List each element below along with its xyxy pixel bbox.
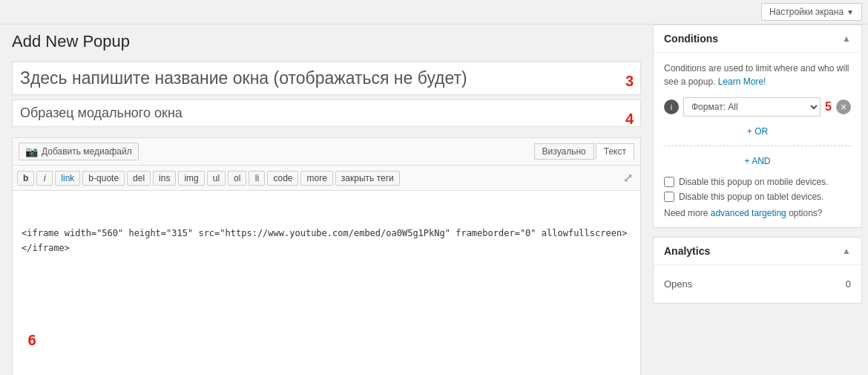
condition-row: i Формат: All 5 × (664, 97, 851, 117)
analytics-section: Analytics ▲ Opens 0 (653, 237, 862, 304)
analytics-opens-row: Opens 0 (664, 274, 851, 294)
screen-settings-arrow: ▼ (846, 8, 854, 16)
italic-button[interactable]: i (36, 171, 53, 186)
fullscreen-button[interactable]: ⤢ (620, 169, 636, 186)
close-tags-button[interactable]: закрыть теги (335, 171, 400, 186)
condition-remove-button[interactable]: × (836, 100, 851, 114)
del-button[interactable]: del (127, 171, 151, 186)
bold-button[interactable]: b (17, 171, 34, 186)
subtitle-number-badge: 4 (625, 110, 634, 127)
add-media-button[interactable]: 📷 Добавить медиафайл (19, 143, 139, 160)
link-button[interactable]: link (55, 171, 80, 186)
or-button-wrapper: + OR (664, 123, 851, 140)
title-number-badge: 3 (625, 72, 634, 89)
disable-tablet-label: Disable this popup on tablet devices. (679, 192, 823, 202)
editor-section: 📷 Добавить медиафайл Визуально Текст b i… (12, 137, 641, 375)
code-number-badge: 6 (27, 328, 631, 352)
and-link[interactable]: + AND (744, 156, 770, 166)
conditions-section: Conditions ▲ Conditions are used to limi… (653, 25, 862, 228)
disable-mobile-label: Disable this popup on mobile devices. (679, 177, 828, 187)
right-panel: Conditions ▲ Conditions are used to limi… (653, 25, 868, 319)
screen-settings-label: Настройки экрана (769, 7, 844, 17)
more-button[interactable]: more (300, 171, 332, 186)
disable-tablet-row: Disable this popup on tablet devices. (664, 192, 851, 202)
analytics-title: Analytics (664, 245, 710, 257)
left-panel: Add New Popup 3 4 📷 Добавить медиафайл В… (0, 25, 653, 375)
analytics-body: Opens 0 (654, 265, 861, 303)
subtitle-input-wrapper: 4 (12, 100, 641, 137)
analytics-header: Analytics ▲ (654, 238, 861, 265)
popup-subtitle-input[interactable] (12, 100, 641, 127)
editor-buttons-row: b i link b-quote del ins img ul ol li co… (13, 166, 640, 191)
analytics-collapse-icon[interactable]: ▲ (842, 246, 851, 256)
view-tabs: Визуально Текст (534, 143, 634, 160)
targeting-note: Need more advanced targeting options? (664, 208, 851, 218)
title-input-wrapper: 3 (12, 62, 641, 100)
img-button[interactable]: img (178, 171, 204, 186)
code-content: <iframe width="560" height="315" src="ht… (22, 226, 631, 255)
editor-toolbar-top: 📷 Добавить медиафайл Визуально Текст (13, 138, 640, 166)
analytics-opens-value: 0 (846, 278, 851, 290)
analytics-opens-label: Opens (664, 278, 692, 290)
ol-button[interactable]: ol (228, 171, 246, 186)
code-button[interactable]: code (267, 171, 298, 186)
bquote-button[interactable]: b-quote (82, 171, 125, 186)
condition-info-icon: i (664, 100, 679, 114)
disable-tablet-checkbox[interactable] (664, 192, 674, 202)
disable-mobile-row: Disable this popup on mobile devices. (664, 177, 851, 187)
tab-visual[interactable]: Визуально (534, 143, 594, 160)
add-media-icon: 📷 (25, 146, 38, 157)
conditions-body: Conditions are used to limit where and w… (654, 53, 861, 227)
and-divider (664, 146, 851, 146)
popup-title-input[interactable] (12, 62, 641, 95)
code-area[interactable]: <iframe width="560" height="315" src="ht… (13, 191, 640, 375)
tab-text[interactable]: Текст (596, 143, 634, 160)
ins-button[interactable]: ins (153, 171, 176, 186)
disable-mobile-checkbox[interactable] (664, 177, 674, 187)
screen-settings-bar: Настройки экрана ▼ (0, 0, 868, 25)
conditions-header: Conditions ▲ (654, 25, 861, 53)
page-title: Add New Popup (12, 32, 641, 51)
ul-button[interactable]: ul (207, 171, 226, 186)
conditions-title: Conditions (664, 33, 718, 45)
or-link[interactable]: + OR (747, 126, 768, 137)
screen-settings-button[interactable]: Настройки экрана ▼ (761, 3, 862, 21)
conditions-description: Conditions are used to limit where and w… (664, 62, 851, 88)
condition-format-select[interactable]: Формат: All (683, 97, 821, 117)
li-button[interactable]: li (249, 171, 265, 186)
main-layout: Add New Popup 3 4 📷 Добавить медиафайл В… (0, 25, 868, 375)
and-button-wrapper: + AND (664, 152, 851, 169)
add-media-label: Добавить медиафайл (42, 146, 132, 157)
conditions-collapse-icon[interactable]: ▲ (842, 33, 851, 44)
condition-number-badge: 5 (825, 100, 832, 114)
learn-more-link[interactable]: Learn More! (718, 76, 766, 87)
advanced-targeting-link[interactable]: advanced targeting (711, 208, 786, 218)
